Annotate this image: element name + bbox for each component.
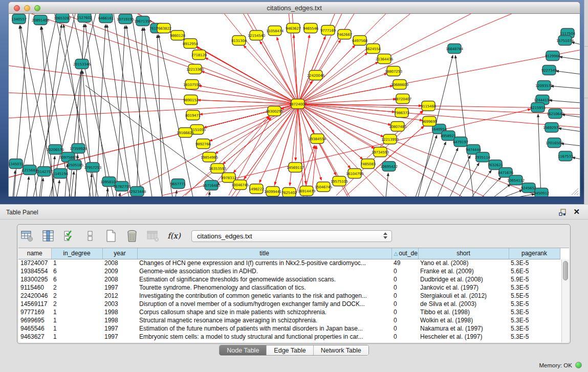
graph-node-19384554[interactable]: 19384554 xyxy=(309,134,326,144)
table-cell[interactable]: Embryonic stem cells: a model to study s… xyxy=(137,333,391,341)
graph-node-10695422[interactable]: 10695422 xyxy=(380,162,398,171)
graph-node-1345031[interactable]: 1345031 xyxy=(9,159,24,169)
graph-node-7625402[interactable]: 7625402 xyxy=(281,188,297,197)
tab-edge-table[interactable]: Edge Table xyxy=(267,345,313,355)
graph-node-8131304[interactable]: 8131304 xyxy=(231,36,247,46)
graph-node-1145194[interactable]: 1145194 xyxy=(53,169,69,179)
table-cell[interactable]: 1 xyxy=(51,333,102,341)
graph-node-16104790[interactable]: 16104790 xyxy=(346,169,363,179)
table-cell[interactable]: Dudbridge et al. (2008) xyxy=(418,275,509,283)
table-cell[interactable]: 2 xyxy=(51,283,102,292)
table-cell[interactable]: Stergiakouli et al. (2012) xyxy=(418,292,509,300)
graph-node-11058474[interactable]: 11058474 xyxy=(266,26,284,36)
table-cell[interactable]: 5.3E-5 xyxy=(509,333,560,341)
graph-node-7462667[interactable]: 7462667 xyxy=(337,30,352,39)
table-cell[interactable]: Tibbo et al. (1998) xyxy=(418,308,509,316)
table-cell[interactable]: Jankovic et al. (1997) xyxy=(418,283,509,292)
table-cell[interactable]: Estimation of the future numbers of pati… xyxy=(137,324,391,333)
column-header-out-de-[interactable]: △out_de... xyxy=(391,248,418,259)
graph-node-15692971[interactable]: 15692971 xyxy=(543,123,560,133)
citation-network-graph[interactable]: 1340557208914061065328715276026466161107… xyxy=(9,14,580,196)
graph-node-20891406[interactable]: 20891406 xyxy=(32,15,50,25)
table-cell[interactable]: 18300295 xyxy=(18,275,51,283)
graph-node-22420046[interactable]: 22420046 xyxy=(307,71,325,80)
graph-node-10653287[interactable]: 10653287 xyxy=(54,14,71,23)
table-cell[interactable]: 5.3E-5 xyxy=(509,316,560,324)
graph-node-7485083[interactable]: 7485083 xyxy=(360,159,376,169)
graph-node-9860128[interactable]: 9860128 xyxy=(170,31,185,40)
graph-node-21364436[interactable]: 21364436 xyxy=(376,54,394,64)
table-cell[interactable]: Estimation of significance thresholds fo… xyxy=(137,275,391,283)
resize-grip-icon[interactable] xyxy=(570,186,579,195)
table-row[interactable]: 1872400712008Changes of HCN gene express… xyxy=(18,259,560,267)
table-cell[interactable]: Investigating the contribution of common… xyxy=(137,292,391,300)
graph-node-12093572[interactable]: 12093572 xyxy=(535,81,553,91)
graph-node-17957253[interactable]: 17957253 xyxy=(84,163,101,172)
table-cell[interactable]: 5.3E-5 xyxy=(509,324,560,333)
graph-node-16782759[interactable]: 16782759 xyxy=(113,182,130,191)
table-cell[interactable]: Nakamura et al. (1997) xyxy=(418,324,509,333)
graph-node-19854985[interactable]: 19854985 xyxy=(201,152,218,162)
graph-node-18807253[interactable]: 18807253 xyxy=(385,67,402,76)
graph-node-12154540[interactable]: 12154540 xyxy=(248,31,265,40)
table-row[interactable]: 911546021997Tourette syndrome. Phenomeno… xyxy=(18,283,560,292)
table-cell[interactable]: Tourette syndrome. Phenomenology and cla… xyxy=(137,283,391,292)
table-cell[interactable]: 9465546 xyxy=(18,324,51,333)
table-row[interactable]: 1938455462009Genome-wide association stu… xyxy=(18,267,560,275)
scrollbar-thumb[interactable] xyxy=(563,261,568,280)
table-cell[interactable]: 1 xyxy=(51,324,102,333)
delete-icon[interactable] xyxy=(125,229,139,243)
graph-node-10807483[interactable]: 10807483 xyxy=(389,122,406,132)
table-cell[interactable]: 2012 xyxy=(102,292,137,300)
graph-node-17016504[interactable]: 17016504 xyxy=(546,138,563,148)
network-canvas[interactable]: 1340557208914061065328715276026466161107… xyxy=(8,14,580,196)
hide-rows-icon[interactable] xyxy=(83,229,97,243)
graph-node-15716485[interactable]: 15716485 xyxy=(203,181,220,190)
graph-node-16353593[interactable]: 16353593 xyxy=(209,164,226,173)
vertical-scrollbar[interactable] xyxy=(561,259,569,342)
graph-node-8215955[interactable]: 8215955 xyxy=(530,103,546,113)
graph-node-9227349[interactable]: 9227349 xyxy=(541,65,557,75)
table-cell[interactable]: Genome-wide association studies in ADHD. xyxy=(137,267,391,275)
table-cell[interactable]: Disruption of a novel member of a sodium… xyxy=(137,300,391,308)
close-panel-icon[interactable]: ✕ xyxy=(573,207,580,216)
graph-node-2718120[interactable]: 2718120 xyxy=(191,50,207,60)
graph-node-9450912[interactable]: 9450912 xyxy=(534,188,549,197)
graph-node-14569117[interactable]: 14569117 xyxy=(287,163,304,172)
table-row[interactable]: 2242004622012Investigating the contribut… xyxy=(18,292,560,300)
graph-node-17359928[interactable]: 17359928 xyxy=(70,144,87,154)
table-cell[interactable]: 1997 xyxy=(102,333,137,341)
graph-node-9463627[interactable]: 9463627 xyxy=(286,24,301,33)
table-cell[interactable]: 0 xyxy=(391,324,418,333)
graph-node-6497568[interactable]: 6497568 xyxy=(352,36,367,46)
table-cell[interactable]: 1998 xyxy=(102,316,137,324)
table-row[interactable]: 946362711997Embryonic stem cells: a mode… xyxy=(18,333,560,341)
table-cell[interactable]: 1 xyxy=(51,316,102,324)
float-panel-icon[interactable] xyxy=(558,208,567,216)
table-cell[interactable]: 2009 xyxy=(102,267,137,275)
table-cell[interactable]: 5.6E-5 xyxy=(509,267,560,275)
graph-node-12505185[interactable]: 12505185 xyxy=(66,160,83,170)
table-cell[interactable]: 0 xyxy=(391,275,418,283)
graph-node-6466161[interactable]: 6466161 xyxy=(98,14,114,23)
table-row[interactable]: 1456911722003Disruption of a novel membe… xyxy=(18,300,560,308)
table-cell[interactable]: 6 xyxy=(51,275,102,283)
graph-node-18300295[interactable]: 18300295 xyxy=(266,106,283,116)
column-header-name[interactable]: name xyxy=(18,248,51,259)
graph-node-10719195[interactable]: 10719195 xyxy=(117,14,134,24)
graph-node-1340557[interactable]: 1340557 xyxy=(11,14,27,24)
graph-node-1527602[interactable]: 1527602 xyxy=(77,14,92,23)
table-settings-icon[interactable] xyxy=(20,229,34,243)
table-selector-dropdown[interactable]: citations_edges.txt xyxy=(191,230,392,242)
table-cell[interactable]: 2003 xyxy=(102,300,137,308)
table-cell[interactable]: 22420046 xyxy=(18,292,51,300)
table-cell[interactable]: 9777169 xyxy=(18,308,51,316)
graph-node-16648784[interactable]: 16648784 xyxy=(446,44,464,54)
table-cell[interactable]: 2 xyxy=(51,300,102,308)
graph-node-10046745[interactable]: 10046745 xyxy=(231,180,249,190)
memory-ok-indicator[interactable] xyxy=(575,362,582,368)
graph-node-16914479[interactable]: 16914479 xyxy=(298,186,315,196)
table-cell[interactable]: 1998 xyxy=(102,308,137,316)
graph-node-3624554[interactable]: 3624554 xyxy=(365,44,381,54)
graph-node-8019471[interactable]: 8019471 xyxy=(185,111,201,120)
